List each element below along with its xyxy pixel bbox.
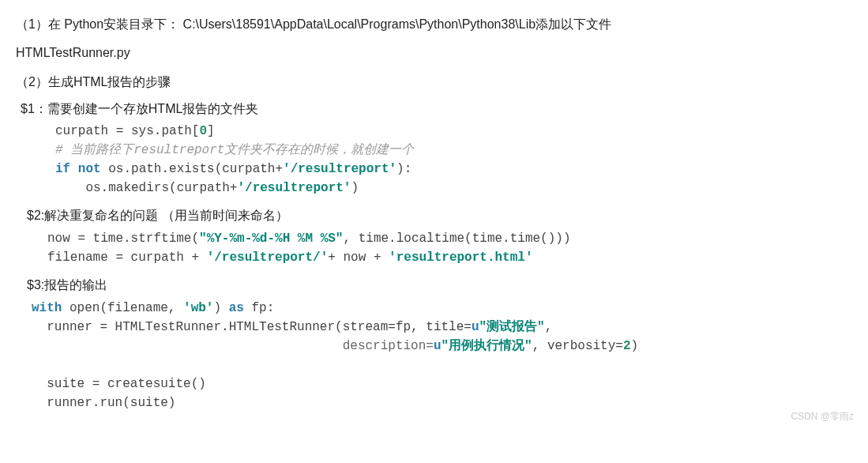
section1-filename: HTMLTestRunner.py	[16, 43, 852, 63]
step2-label: $2:解决重复命名的问题 （用当前时间来命名）	[27, 205, 852, 226]
step3-code: with open(filename, 'wb') as fp: runner …	[16, 299, 852, 412]
step3-label: $3:报告的输出	[27, 275, 852, 295]
section2-heading: （2）生成HTML报告的步骤	[16, 72, 852, 92]
step1-label: $1：需要创建一个存放HTML报告的文件夹	[21, 99, 852, 119]
section1-intro: （1）在 Python安装目录下： C:\Users\18591\AppData…	[16, 14, 852, 35]
step1-code: curpath = sys.path[0] # 当前路径下resultrepor…	[16, 122, 852, 198]
step2-code: now = time.strftime("%Y-%m-%d-%H %M %S",…	[16, 229, 852, 267]
watermark: CSDN @零雨z	[791, 409, 854, 424]
